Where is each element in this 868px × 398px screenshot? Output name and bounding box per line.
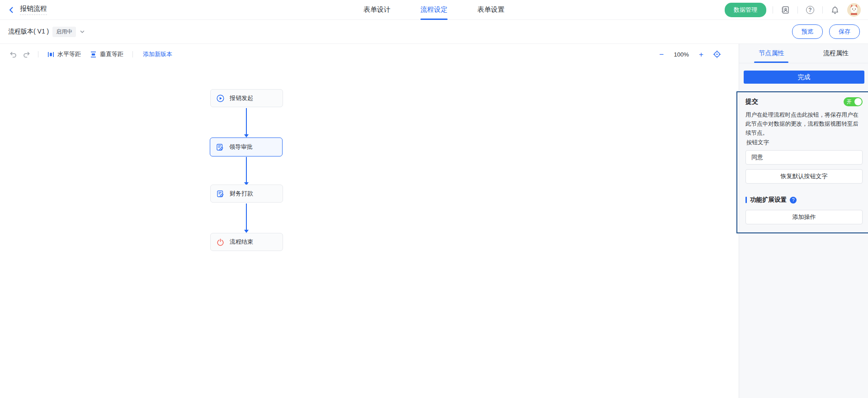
- canvas-toolbar: 水平等距 垂直等距 添加新版本 − 100% +: [0, 44, 739, 65]
- connector-arrowhead: [244, 230, 249, 233]
- connector-arrowhead: [244, 134, 249, 137]
- submit-section-title: 提交: [745, 98, 758, 106]
- properties-panel: 节点属性 流程属性 完成 提交 开 用户在处理流程时点击此按钮，将保存用户在此节…: [739, 44, 868, 398]
- crosshair-icon: [713, 50, 721, 58]
- redo-button[interactable]: [20, 47, 33, 61]
- avatar-cat-image: [847, 3, 861, 17]
- node-label: 报销发起: [230, 94, 253, 102]
- flow-node-start[interactable]: 报销发起: [210, 89, 283, 107]
- vertical-spacing-icon: [90, 51, 97, 58]
- submit-description: 用户在处理流程时点击此按钮，将保存用户在此节点中对数据的更改，流程数据视图转至后…: [745, 110, 863, 137]
- header-tabs: 表单设计 流程设定 表单设置: [363, 0, 505, 20]
- divider: [132, 51, 133, 57]
- connector-line: [246, 157, 247, 182]
- flow-connector[interactable]: [244, 204, 249, 233]
- avatar[interactable]: [847, 3, 861, 17]
- vertical-spacing-label: 垂直等距: [100, 50, 123, 58]
- help-icon: ?: [806, 6, 814, 14]
- flow-connector[interactable]: [244, 157, 249, 185]
- tab-flow-setting[interactable]: 流程设定: [420, 0, 448, 20]
- approval-icon: [216, 143, 224, 151]
- horizontal-spacing-label: 水平等距: [57, 50, 81, 58]
- preview-button[interactable]: 预览: [792, 24, 823, 39]
- save-button[interactable]: 保存: [829, 24, 860, 39]
- contacts-button[interactable]: [779, 4, 791, 16]
- back-chevron-icon: [7, 6, 15, 14]
- restore-default-text-button[interactable]: 恢复默认按钮文字: [745, 169, 863, 184]
- vertical-spacing-button[interactable]: 垂直等距: [85, 50, 128, 58]
- approval-icon: [217, 190, 224, 198]
- version-bar: 流程版本( V1 ) 启用中 预览 保存: [0, 20, 868, 44]
- connector-line: [246, 204, 247, 230]
- flow-canvas[interactable]: 水平等距 垂直等距 添加新版本 − 100% + 报销发起: [0, 44, 739, 398]
- version-dropdown-button[interactable]: [80, 29, 85, 34]
- tab-form-design[interactable]: 表单设计: [363, 0, 391, 20]
- tab-node-properties[interactable]: 节点属性: [739, 44, 804, 63]
- toggle-knob: [854, 98, 862, 105]
- notifications-button[interactable]: [829, 4, 841, 16]
- contacts-icon: [781, 5, 790, 14]
- bell-icon: [830, 5, 840, 14]
- add-version-button[interactable]: 添加新版本: [137, 50, 178, 58]
- submit-settings-section: 提交 开 用户在处理流程时点击此按钮，将保存用户在此节点中对数据的更改，流程数据…: [736, 91, 868, 233]
- extension-help-icon[interactable]: ?: [790, 197, 797, 204]
- add-action-button[interactable]: 添加操作: [745, 210, 863, 224]
- divider: [38, 51, 38, 57]
- flow-node-leader-approval[interactable]: 领导审批: [210, 137, 283, 156]
- help-button[interactable]: ?: [804, 4, 816, 16]
- fit-view-button[interactable]: [712, 50, 722, 59]
- tab-form-setting[interactable]: 表单设置: [477, 0, 505, 20]
- version-label: 流程版本( V1 ): [8, 28, 49, 36]
- done-button[interactable]: 完成: [744, 71, 864, 84]
- tab-flow-properties[interactable]: 流程属性: [804, 44, 868, 63]
- top-header: 报销流程 表单设计 流程设定 表单设置 数据管理 ?: [0, 0, 868, 20]
- back-button[interactable]: [7, 6, 15, 14]
- button-text-label: 按钮文字: [745, 139, 863, 147]
- flow-node-finance-payment[interactable]: 财务打款: [210, 185, 283, 203]
- status-badge: 启用中: [52, 27, 76, 37]
- power-icon: [217, 238, 224, 246]
- zoom-in-button[interactable]: +: [699, 51, 703, 58]
- node-label: 流程结束: [230, 238, 253, 246]
- node-label: 领导审批: [229, 143, 253, 151]
- zoom-out-button[interactable]: −: [659, 51, 664, 58]
- horizontal-spacing-icon: [47, 51, 54, 58]
- play-circle-icon: [217, 95, 224, 102]
- horizontal-spacing-button[interactable]: 水平等距: [43, 50, 85, 58]
- flow-connector[interactable]: [244, 108, 249, 137]
- node-label: 财务打款: [230, 190, 253, 198]
- page-title[interactable]: 报销流程: [20, 5, 47, 15]
- divider: [822, 6, 823, 14]
- data-manage-button[interactable]: 数据管理: [725, 3, 766, 17]
- button-text-input[interactable]: [745, 150, 863, 165]
- undo-icon: [9, 50, 17, 58]
- flow-node-end[interactable]: 流程结束: [210, 233, 283, 251]
- zoom-level: 100%: [673, 51, 690, 58]
- redo-icon: [23, 50, 31, 58]
- section-accent-bar: [745, 197, 747, 203]
- chevron-down-icon: [80, 29, 85, 34]
- panel-tabs: 节点属性 流程属性: [739, 44, 868, 63]
- divider: [773, 6, 773, 14]
- toggle-on-label: 开: [847, 99, 852, 105]
- divider: [797, 6, 798, 14]
- submit-toggle[interactable]: 开: [844, 97, 863, 106]
- extension-section-title: 功能扩展设置: [750, 196, 787, 204]
- undo-button[interactable]: [6, 47, 20, 61]
- connector-line: [246, 108, 247, 134]
